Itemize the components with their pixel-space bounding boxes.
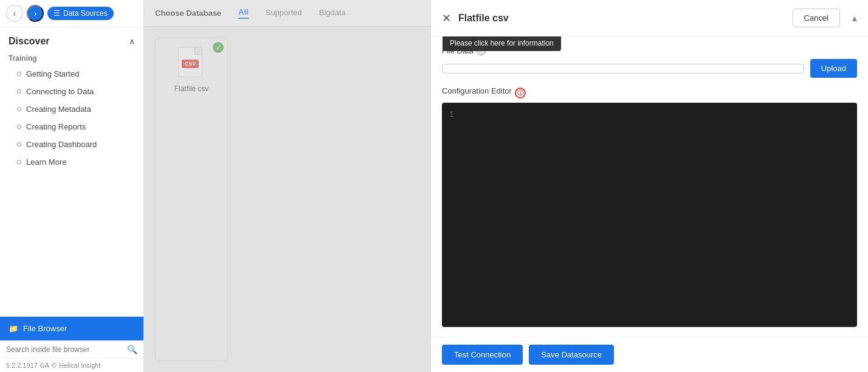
nav-dot-icon	[17, 160, 21, 164]
config-editor-label: Configuration Editor	[442, 86, 512, 95]
sidebar-item-label: Connecting to Data	[26, 87, 94, 96]
sidebar-item-label: Creating Metadata	[26, 105, 91, 114]
back-icon: ‹	[13, 9, 16, 18]
nav-dot-icon	[17, 72, 21, 76]
panel-close-button[interactable]: ✕	[442, 13, 451, 24]
config-info-icon[interactable]: ⓘ	[515, 88, 526, 98]
save-datasource-button[interactable]: Save Datasource	[529, 345, 614, 365]
discover-section: Discover ∧	[0, 27, 143, 52]
sidebar-header: ‹ › ☰ Data Sources	[0, 0, 143, 27]
line-number: 1	[449, 110, 458, 119]
file-data-row: Please click here for information Upload	[442, 59, 857, 78]
sidebar-item-label: Getting Started	[26, 69, 79, 78]
copyright-icon: ©	[52, 362, 57, 369]
main-area: Choose Database All Supported Bigdata ✓ …	[144, 0, 868, 372]
collapse-icon[interactable]: ∧	[129, 36, 135, 46]
tooltip-text: Please click here for information	[450, 39, 554, 47]
file-browser-button[interactable]: 📁 File Browser	[0, 317, 143, 340]
panel-header: ✕ Flatfile csv Cancel ▴	[431, 0, 868, 36]
scroll-up-icon: ▴	[852, 12, 857, 24]
forward-button[interactable]: ›	[27, 5, 44, 22]
test-connection-button[interactable]: Test Connection	[442, 345, 523, 365]
breadcrumb-icon: ☰	[53, 9, 60, 18]
nav-dot-icon	[17, 142, 21, 146]
file-data-input[interactable]: Please click here for information	[442, 64, 804, 74]
sidebar-item-learn-more[interactable]: Learn More	[0, 153, 143, 171]
helical-label: Helical Insight	[59, 362, 100, 369]
panel-footer: Test Connection Save Datasource	[431, 337, 868, 372]
right-panel: ✕ Flatfile csv Cancel ▴ File Data ⓘ Plea…	[430, 0, 868, 372]
code-line-1: 1	[449, 110, 850, 119]
code-editor[interactable]: 1	[442, 103, 857, 327]
search-icon[interactable]: 🔍	[127, 345, 137, 354]
upload-button[interactable]: Upload	[810, 59, 857, 78]
sidebar-item-label: Creating Reports	[26, 122, 86, 131]
version-label: 5.2.2.1917 GA	[6, 362, 49, 369]
nav-dot-icon	[17, 107, 21, 111]
file-browser-label: File Browser	[23, 324, 67, 333]
nav-dot-icon	[17, 125, 21, 129]
sidebar-item-creating-dashboard[interactable]: Creating Dashboard	[0, 136, 143, 153]
sidebar-item-getting-started[interactable]: Getting Started	[0, 65, 143, 83]
tooltip-box: Please click here for information	[443, 36, 561, 51]
config-editor-section: Configuration Editor ⓘ 1	[442, 86, 857, 327]
panel-title: Flatfile csv	[458, 13, 785, 24]
breadcrumb-label: Data Sources	[63, 9, 108, 18]
panel-body: File Data ⓘ Please click here for inform…	[431, 36, 868, 337]
back-button[interactable]: ‹	[6, 5, 23, 22]
cancel-button[interactable]: Cancel	[793, 9, 840, 27]
discover-title: Discover	[9, 36, 50, 47]
config-label-row: Configuration Editor ⓘ	[442, 86, 857, 99]
sidebar-item-connecting-to-data[interactable]: Connecting to Data	[0, 83, 143, 100]
file-data-section: File Data ⓘ Please click here for inform…	[442, 46, 857, 78]
sidebar-item-creating-metadata[interactable]: Creating Metadata	[0, 100, 143, 118]
dim-overlay	[144, 0, 430, 372]
sidebar: ‹ › ☰ Data Sources Discover ∧ Training G…	[0, 0, 144, 372]
forward-icon: ›	[34, 9, 37, 18]
folder-icon: 📁	[9, 324, 18, 333]
breadcrumb[interactable]: ☰ Data Sources	[47, 7, 114, 20]
sidebar-item-label: Creating Dashboard	[26, 140, 97, 149]
sidebar-item-label: Learn More	[26, 157, 66, 167]
search-input[interactable]	[6, 345, 123, 354]
sidebar-item-creating-reports[interactable]: Creating Reports	[0, 118, 143, 136]
training-label: Training	[0, 52, 143, 65]
sidebar-bottom: 📁 File Browser 🔍 5.2.2.1917 GA © Helical…	[0, 317, 143, 372]
version-bar: 5.2.2.1917 GA © Helical Insight	[0, 358, 143, 372]
search-bar: 🔍	[0, 340, 143, 358]
nav-dot-icon	[17, 89, 21, 94]
